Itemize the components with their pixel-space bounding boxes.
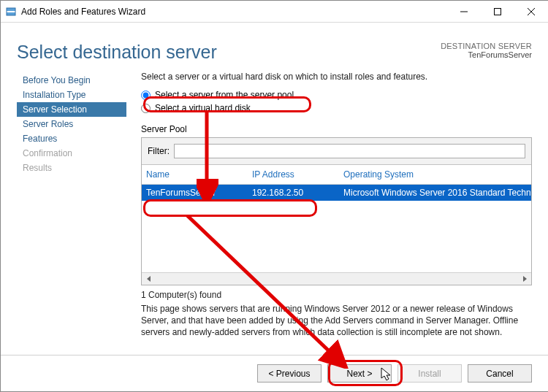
wizard-steps: Before You Begin Installation Type Serve… bbox=[17, 72, 126, 342]
close-button[interactable] bbox=[514, 1, 548, 22]
intro-text: Select a server or a virtual hard disk o… bbox=[141, 72, 532, 82]
destination-server-label: DESTINATION SERVER bbox=[441, 42, 532, 50]
filter-bar: Filter: bbox=[142, 138, 531, 165]
radio-server-pool[interactable]: Select a server from the server pool bbox=[141, 89, 532, 102]
radio-server-pool-input[interactable] bbox=[141, 91, 151, 100]
radio-vhd-input[interactable] bbox=[141, 104, 151, 113]
step-features[interactable]: Features bbox=[17, 131, 126, 146]
wizard-footer: < Previous Next > Install Cancel bbox=[1, 355, 548, 391]
svg-rect-1 bbox=[7, 12, 15, 15]
col-name[interactable]: Name bbox=[142, 165, 248, 185]
destination-server-info: DESTINATION SERVER TenForumsServer bbox=[441, 42, 532, 59]
scroll-right-icon[interactable] bbox=[519, 274, 530, 284]
server-pool-label: Server Pool bbox=[141, 124, 532, 134]
svg-rect-0 bbox=[7, 8, 15, 11]
explain-text: This page shows servers that are running… bbox=[141, 303, 532, 339]
maximize-button[interactable] bbox=[481, 1, 514, 22]
horizontal-scrollbar[interactable] bbox=[142, 272, 531, 285]
radio-vhd-label: Select a virtual hard disk bbox=[155, 103, 251, 113]
filter-input[interactable] bbox=[174, 144, 525, 158]
col-ip[interactable]: IP Address bbox=[248, 165, 339, 185]
step-installation-type[interactable]: Installation Type bbox=[17, 88, 126, 102]
window-title: Add Roles and Features Wizard bbox=[21, 7, 447, 17]
server-pool-box: Filter: Name IP Address Operating System bbox=[141, 137, 532, 285]
minimize-button[interactable] bbox=[447, 1, 481, 22]
step-server-roles[interactable]: Server Roles bbox=[17, 117, 126, 131]
page-title: Select destination server bbox=[17, 42, 217, 63]
app-icon bbox=[5, 6, 17, 18]
previous-button[interactable]: < Previous bbox=[257, 364, 321, 383]
page-header: Select destination server DESTINATION SE… bbox=[1, 23, 548, 72]
step-confirmation: Confirmation bbox=[17, 146, 126, 161]
step-results: Results bbox=[17, 161, 126, 175]
wizard-body: Before You Begin Installation Type Serve… bbox=[1, 72, 548, 342]
wizard-content: Select a server or a virtual hard disk o… bbox=[141, 72, 532, 342]
svg-rect-4 bbox=[495, 8, 501, 15]
next-button[interactable]: Next > bbox=[327, 364, 392, 383]
table-header-row: Name IP Address Operating System bbox=[142, 165, 531, 185]
window-controls bbox=[447, 1, 548, 22]
svg-marker-7 bbox=[147, 276, 151, 282]
cell-name: TenForumsServer bbox=[142, 185, 248, 201]
title-bar: Add Roles and Features Wizard bbox=[1, 1, 548, 23]
step-server-selection[interactable]: Server Selection bbox=[17, 102, 126, 117]
table-row[interactable]: TenForumsServer 192.168.2.50 Microsoft W… bbox=[142, 185, 531, 201]
server-list-blank bbox=[142, 201, 531, 272]
cell-os: Microsoft Windows Server 2016 Standard T… bbox=[339, 185, 531, 201]
step-before-you-begin[interactable]: Before You Begin bbox=[17, 73, 126, 88]
col-os[interactable]: Operating System bbox=[339, 165, 531, 185]
cell-ip: 192.168.2.50 bbox=[248, 185, 339, 201]
filter-label: Filter: bbox=[148, 146, 170, 156]
server-table: Name IP Address Operating System TenForu… bbox=[142, 165, 531, 201]
svg-marker-8 bbox=[523, 276, 527, 282]
radio-vhd[interactable]: Select a virtual hard disk bbox=[141, 102, 532, 115]
cancel-button[interactable]: Cancel bbox=[468, 364, 532, 383]
scroll-left-icon[interactable] bbox=[143, 274, 154, 284]
radio-server-pool-label: Select a server from the server pool bbox=[155, 90, 294, 100]
computers-found: 1 Computer(s) found bbox=[141, 290, 532, 300]
install-button: Install bbox=[397, 364, 462, 383]
server-pool-section: Server Pool Filter: Name IP Ad bbox=[141, 124, 532, 339]
destination-server-value: TenForumsServer bbox=[441, 50, 532, 59]
